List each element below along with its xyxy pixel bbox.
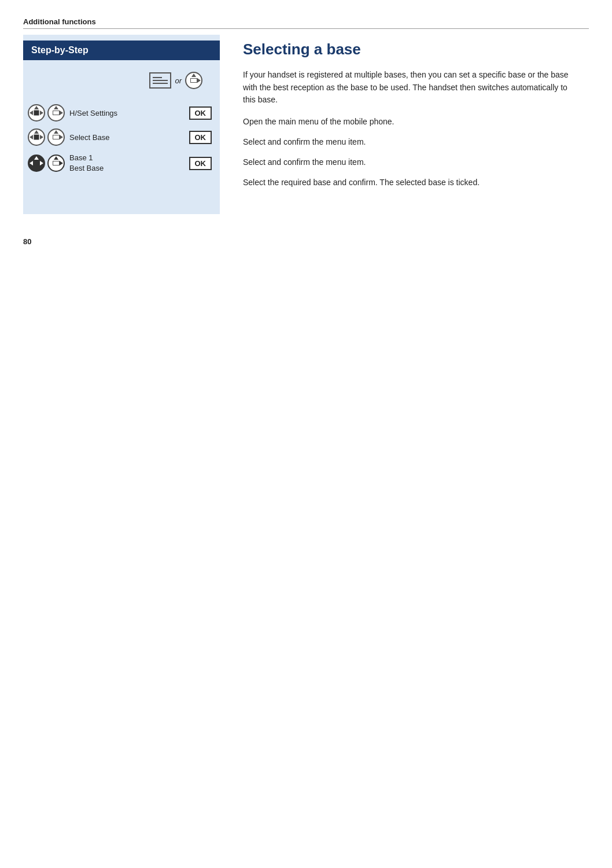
instruction-text-3: Select and confirm the menu item. [243, 156, 366, 168]
nav-filled-icon [28, 155, 45, 172]
nav-left-icon [28, 104, 45, 122]
instruction-1: Open the main menu of the mobile phone. [243, 116, 572, 128]
ok-button-3[interactable]: OK [189, 157, 212, 170]
nav-screen-filled-icon [47, 155, 65, 172]
ok-button-1[interactable]: OK [189, 106, 212, 120]
page-title: Selecting a base [243, 41, 572, 58]
section-label: Additional functions [23, 17, 589, 29]
instruction-4: Select the required base and confirm. Th… [243, 176, 572, 189]
page-number: 80 [23, 237, 589, 246]
ok-button-2[interactable]: OK [189, 131, 212, 144]
hset-settings-row: H/Set Settings OK [23, 101, 220, 125]
hset-settings-label: H/Set Settings [69, 109, 187, 117]
instruction-text-4: Select the required base and confirm. Th… [243, 176, 480, 189]
step-by-step-header: Step-by-Step [23, 41, 220, 60]
base1-label: Base 1 [69, 153, 187, 163]
base1-row: Base 1 Best Base OK [23, 149, 220, 177]
nav-screen-icon [185, 72, 202, 89]
instruction-3: Select and confirm the menu item. [243, 156, 572, 168]
instruction-2: Select and confirm the menu item. [243, 136, 572, 148]
select-base-row: Select Base OK [23, 125, 220, 149]
instruction-text-2: Select and confirm the menu item. [243, 136, 366, 148]
instruction-text-1: Open the main menu of the mobile phone. [243, 116, 395, 128]
nav-screen-icon-2 [47, 104, 65, 122]
best-base-label: Best Base [69, 163, 187, 174]
description-text: If your handset is registered at multipl… [243, 69, 572, 106]
select-base-label: Select Base [69, 133, 187, 142]
menu-icon [149, 72, 171, 89]
nav-left-icon-2 [28, 128, 45, 146]
nav-screen-icon-3 [47, 128, 65, 146]
or-label: or [175, 76, 182, 85]
step-by-step-panel: Step-by-Step or [23, 35, 220, 214]
right-panel: Selecting a base If your handset is regi… [220, 35, 589, 214]
open-menu-row: or [23, 72, 220, 89]
